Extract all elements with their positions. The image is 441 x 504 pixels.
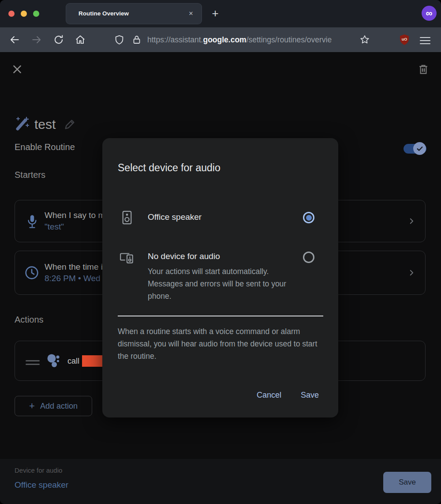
magic-wand-icon (14, 115, 30, 132)
add-action-button[interactable]: + Add action (15, 396, 92, 416)
edit-name-button[interactable] (64, 118, 76, 131)
option-no-device-description: Your actions will start automatically. M… (148, 265, 290, 302)
dialog-save-button[interactable]: Save (301, 391, 319, 400)
url-path: /settings/routines/overvie (247, 35, 332, 44)
toggle-knob[interactable] (413, 142, 426, 155)
starters-heading: Starters (15, 170, 45, 180)
traffic-light-close[interactable] (8, 11, 15, 17)
new-tab-button[interactable]: + (209, 6, 221, 21)
close-routine-button[interactable] (11, 64, 23, 75)
device-for-audio-label: Device for audio (15, 466, 62, 474)
reload-button[interactable] (52, 34, 65, 46)
back-button[interactable] (8, 34, 21, 46)
traffic-light-zoom[interactable] (33, 11, 39, 17)
browser-window: Routine Overview ✕ + ∞ https://assistant… (0, 0, 441, 504)
option-no-device-label: No device for audio (148, 252, 220, 261)
option-office-speaker-label: Office speaker (148, 212, 202, 222)
url-scheme: https://assistant. (147, 35, 203, 44)
no-device-icon (119, 251, 135, 265)
delete-routine-button[interactable] (417, 63, 430, 75)
profile-avatar[interactable]: ∞ (422, 6, 437, 21)
ublock-origin-icon[interactable]: uO (398, 34, 411, 46)
home-button[interactable] (74, 34, 86, 46)
dialog-note: When a routine starts with a voice comma… (118, 325, 327, 362)
svg-text:uO: uO (402, 37, 407, 41)
footer-save-button[interactable]: Save (383, 472, 431, 493)
starter-time-line1: When the time is (45, 261, 107, 273)
actions-heading: Actions (15, 315, 44, 325)
dialog-title: Select device for audio (118, 162, 220, 174)
starter-time-text: When the time is 8:26 PM • Wed (45, 261, 107, 284)
starter-voice-text: When I say to my "test" (45, 210, 109, 233)
microphone-icon (26, 214, 39, 230)
radio-dot (306, 215, 312, 221)
radio-office-speaker[interactable] (303, 212, 314, 223)
url-domain: google.com (203, 35, 246, 44)
url-fade-overlay (327, 27, 360, 52)
footer-bar: Device for audio Office speaker Save (0, 459, 441, 504)
select-device-dialog: Select device for audio Office speaker N… (102, 138, 338, 417)
navigation-toolbar: https://assistant.google.com/settings/ro… (0, 27, 441, 52)
add-action-label: Add action (40, 402, 78, 411)
drag-handle[interactable] (26, 358, 40, 367)
radio-no-device[interactable] (303, 252, 314, 263)
tab-close-button[interactable]: ✕ (187, 9, 195, 18)
traffic-light-minimize[interactable] (21, 11, 27, 17)
forward-button[interactable] (30, 34, 43, 46)
url-bar[interactable]: https://assistant.google.com/settings/ro… (147, 27, 332, 52)
chevron-right-icon (407, 217, 415, 225)
lock-icon[interactable] (131, 34, 143, 46)
plus-icon: + (29, 400, 35, 412)
starter-voice-line2: "test" (45, 221, 109, 233)
bookmark-star-icon[interactable] (359, 34, 371, 46)
tab-title: Routine Overview (78, 4, 129, 24)
cancel-button[interactable]: Cancel (257, 391, 281, 400)
device-for-audio-value[interactable]: Office speaker (15, 480, 68, 490)
routine-name: test (34, 117, 56, 132)
starter-time-line2: 8:26 PM • Wed (45, 273, 107, 284)
chevron-right-icon (407, 269, 415, 277)
dialog-divider (118, 316, 323, 316)
clock-icon (25, 266, 39, 280)
action-text: call (67, 357, 79, 366)
starter-voice-line1: When I say to my (45, 210, 109, 221)
tab-bar: Routine Overview ✕ + ∞ (0, 0, 441, 27)
menu-button[interactable] (420, 35, 432, 47)
dialog-buttons: Cancel Save (257, 391, 319, 400)
enable-routine-label: Enable Routine (15, 142, 75, 152)
tracking-shield-icon[interactable] (113, 34, 125, 46)
speaker-icon (122, 210, 132, 225)
browser-tab[interactable]: Routine Overview ✕ (66, 4, 202, 24)
assistant-icon (46, 353, 63, 369)
